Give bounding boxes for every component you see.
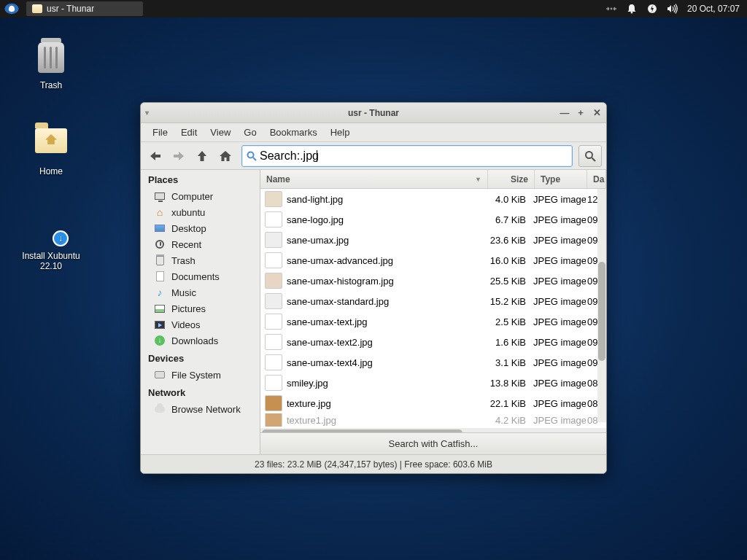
maximize-button[interactable]: + xyxy=(576,108,586,118)
folder-icon xyxy=(32,4,42,13)
file-thumbnail-icon xyxy=(265,211,282,228)
clock[interactable]: 20 Oct, 07:07 xyxy=(687,4,740,14)
file-row[interactable]: sane-umax-text.jpg2.5 KiBJPEG image09 xyxy=(260,311,606,332)
file-thumbnail-icon xyxy=(265,273,282,289)
sidebar-item-trash[interactable]: Trash xyxy=(141,252,260,268)
vertical-scrollbar-thumb[interactable] xyxy=(598,262,605,361)
file-size: 15.2 KiB xyxy=(485,296,530,307)
desktop-icon-installer[interactable]: Install Xubuntu 22.10 xyxy=(15,213,88,271)
minimize-button[interactable]: — xyxy=(560,108,570,118)
menu-file[interactable]: File xyxy=(147,125,174,140)
thunar-window: ▾ usr - Thunar — + ✕ File Edit View Go B… xyxy=(140,102,607,474)
catfish-search-button[interactable]: Search with Catfish... xyxy=(260,432,606,454)
desktop-icon-home[interactable]: Home xyxy=(15,122,88,176)
svg-line-4 xyxy=(253,158,256,160)
column-header-type[interactable]: Type xyxy=(535,170,587,188)
sidebar-network-header: Network xyxy=(141,383,260,401)
menu-help[interactable]: Help xyxy=(325,125,356,140)
sidebar-item-browsenetwork[interactable]: Browse Network xyxy=(141,401,260,417)
sidebar-item-documents[interactable]: Documents xyxy=(141,268,260,284)
search-field[interactable]: Search: .jpg xyxy=(241,145,573,167)
sidebar-item-filesystem[interactable]: File System xyxy=(141,367,260,383)
file-size: 4.0 KiB xyxy=(485,194,530,205)
menu-go[interactable]: Go xyxy=(238,125,262,140)
sidebar-item-pictures[interactable]: Pictures xyxy=(141,300,260,316)
file-size: 13.8 KiB xyxy=(485,378,530,389)
file-thumbnail-icon xyxy=(265,413,282,427)
vertical-scrollbar[interactable] xyxy=(597,189,606,422)
svg-point-0 xyxy=(611,8,613,10)
close-button[interactable]: ✕ xyxy=(592,108,602,118)
file-row[interactable]: sane-umax-text2.jpg1.6 KiBJPEG image09 xyxy=(260,332,606,352)
file-row[interactable]: sane-umax-text4.jpg3.1 KiBJPEG image09 xyxy=(260,352,606,373)
sidebar-item-videos[interactable]: Videos xyxy=(141,316,260,332)
file-list: sand-light.jpg4.0 KiBJPEG image12sane-lo… xyxy=(260,189,606,428)
notifications-bell-icon[interactable] xyxy=(626,3,638,15)
search-prefix: Search: xyxy=(260,149,300,163)
file-row[interactable]: sane-umax-standard.jpg15.2 KiBJPEG image… xyxy=(260,291,606,311)
file-type: JPEG image xyxy=(530,337,586,348)
network-icon[interactable] xyxy=(605,3,617,15)
file-row[interactable]: texture.jpg22.1 KiBJPEG image08 xyxy=(260,393,606,413)
file-row[interactable]: sane-logo.jpg6.7 KiBJPEG image09 xyxy=(260,209,606,230)
sidebar-item-computer[interactable]: Computer xyxy=(141,188,260,204)
column-headers: Name▼ Size Type Da xyxy=(260,170,606,189)
toolbar: Search: .jpg xyxy=(141,142,606,170)
sidebar-item-label: Documents xyxy=(171,271,220,282)
volume-icon[interactable] xyxy=(667,3,678,15)
forward-button[interactable] xyxy=(169,146,189,166)
sidebar-item-label: Computer xyxy=(171,191,213,202)
file-row[interactable]: texture1.jpg4.2 KiBJPEG image08 xyxy=(260,413,606,427)
parent-button[interactable] xyxy=(192,146,212,166)
sidebar-item-label: Pictures xyxy=(171,303,206,314)
home-icon: ⌂ xyxy=(154,206,166,218)
menu-view[interactable]: View xyxy=(204,125,236,140)
menu-edit[interactable]: Edit xyxy=(175,125,203,140)
file-list-scroll[interactable]: sand-light.jpg4.0 KiBJPEG image12sane-lo… xyxy=(260,189,606,432)
file-row[interactable]: sane-umax.jpg23.6 KiBJPEG image09 xyxy=(260,230,606,250)
desktop-icon-trash[interactable]: Trash xyxy=(15,42,88,90)
sidebar-item-downloads[interactable]: ↓Downloads xyxy=(141,332,260,349)
file-row[interactable]: sane-umax-advanced.jpg16.0 KiBJPEG image… xyxy=(260,250,606,271)
xfce-mouse-icon xyxy=(9,6,15,12)
sidebar-item-xubuntu[interactable]: ⌂xubuntu xyxy=(141,204,260,220)
sidebar-item-label: Recent xyxy=(171,239,201,250)
sidebar: Places Computer ⌂xubuntu Desktop Recent … xyxy=(141,170,260,454)
sidebar-item-recent[interactable]: Recent xyxy=(141,236,260,252)
file-row[interactable]: sane-umax-histogram.jpg25.5 KiBJPEG imag… xyxy=(260,271,606,291)
trash-icon xyxy=(156,256,164,265)
file-thumbnail-icon xyxy=(265,252,282,268)
desktop-icon-label2: 22.10 xyxy=(15,261,88,271)
power-manager-icon[interactable] xyxy=(646,3,658,15)
menu-bookmarks[interactable]: Bookmarks xyxy=(264,125,323,140)
music-note-icon: ♪ xyxy=(154,287,166,298)
statusbar-text: 23 files: 23.2 MiB (24,347,157 bytes) | … xyxy=(255,459,492,470)
picture-icon xyxy=(155,305,165,313)
file-size: 16.0 KiB xyxy=(485,255,530,266)
back-button[interactable] xyxy=(145,146,166,166)
file-size: 22.1 KiB xyxy=(485,398,530,409)
file-thumbnail-icon xyxy=(265,191,282,207)
document-icon xyxy=(156,271,164,281)
file-row[interactable]: smiley.jpg13.8 KiBJPEG image08 xyxy=(260,373,606,393)
titlebar[interactable]: ▾ usr - Thunar — + ✕ xyxy=(141,103,606,123)
sidebar-item-music[interactable]: ♪Music xyxy=(141,284,260,300)
sidebar-devices-header: Devices xyxy=(141,349,260,367)
trash-icon xyxy=(38,42,64,73)
home-button[interactable] xyxy=(215,146,236,166)
file-row[interactable]: sand-light.jpg4.0 KiBJPEG image12 xyxy=(260,189,606,209)
file-size: 2.5 KiB xyxy=(485,316,530,327)
horizontal-scrollbar[interactable] xyxy=(260,428,606,432)
sidebar-item-desktop[interactable]: Desktop xyxy=(141,220,260,236)
file-name: sane-umax-text2.jpg xyxy=(287,337,485,348)
window-menu-icon[interactable]: ▾ xyxy=(145,109,149,117)
column-header-size[interactable]: Size xyxy=(488,170,535,188)
column-header-date[interactable]: Da xyxy=(587,170,606,188)
column-header-name[interactable]: Name▼ xyxy=(260,170,488,188)
file-thumbnail-icon xyxy=(265,395,282,411)
whisker-menu-button[interactable] xyxy=(4,4,18,14)
search-button[interactable] xyxy=(578,145,602,167)
text-cursor xyxy=(317,150,317,162)
file-type: JPEG image xyxy=(530,214,586,225)
taskbar-item-thunar[interactable]: usr - Thunar xyxy=(26,1,143,16)
